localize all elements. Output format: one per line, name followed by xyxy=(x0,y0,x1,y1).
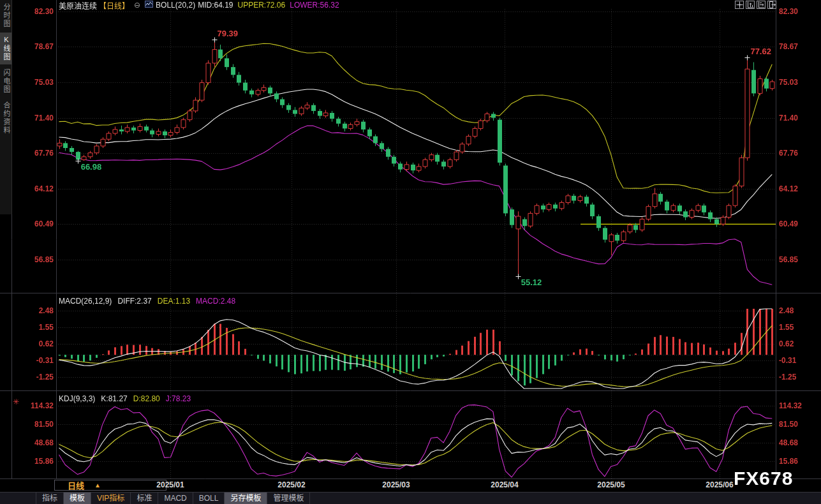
main-chart-header: 美原油连续【日线】 ⊖ BOLL(20,2) MID:64.19 UPPER:7… xyxy=(59,1,339,10)
price-axis-label-right: 60.49 xyxy=(779,220,820,228)
time-axis-label: 2025/01 xyxy=(144,480,197,489)
exit-icon[interactable] xyxy=(767,1,776,9)
macd-axis-label-left: 0.62 xyxy=(0,340,54,348)
price-axis-label-left: 78.67 xyxy=(0,43,54,51)
price-axis-label-right: 56.85 xyxy=(779,256,820,264)
price-axis-label-right: 75.03 xyxy=(779,78,820,87)
macd-axis-label-left: -0.31 xyxy=(0,357,54,365)
price-axis-label-left: 56.85 xyxy=(0,256,54,264)
chart-toolbar xyxy=(735,1,776,9)
macd-axis-label-left: 2.48 xyxy=(0,307,54,315)
macd-axis-label-right: 0.62 xyxy=(779,340,820,348)
kdj-axis-label-left: 15.86 xyxy=(0,457,54,466)
period-selector-label: 日线 xyxy=(68,479,84,491)
price-axis-label-left: 75.03 xyxy=(0,78,54,87)
time-axis-label: 2025/03 xyxy=(369,480,423,489)
tab-VIP指标[interactable]: VIP指标 xyxy=(91,493,131,504)
tab-标准[interactable]: 标准 xyxy=(131,493,158,504)
macd-axis-label-right: -1.25 xyxy=(779,373,820,382)
kdj-axis-label-left: 81.50 xyxy=(0,420,54,429)
price-axis-label-left: 71.40 xyxy=(0,114,54,122)
boll-lower-value: LOWER:56.32 xyxy=(290,1,339,10)
time-axis-row: 日线 ▲ 2025/012025/022025/032025/042025/05… xyxy=(0,479,821,492)
price-axis-label-right: 71.40 xyxy=(779,114,820,122)
price-annotation: 55.12 xyxy=(521,278,542,287)
price-annotation: 77.62 xyxy=(750,47,771,56)
macd-axis-label-left: 1.55 xyxy=(0,323,54,332)
price-axis-label-right: 64.12 xyxy=(779,185,820,193)
bottom-tab-bar: 指标模板VIP指标标准MACDBOLL另存模板管理模板 xyxy=(0,492,821,504)
tab-BOLL[interactable]: BOLL xyxy=(193,493,225,504)
trading-terminal: { "header": { "symbol": "美原油连续", "period… xyxy=(0,0,821,504)
price-annotation: 79.39 xyxy=(218,29,239,38)
time-axis-label: 2025/04 xyxy=(478,480,531,489)
collapse-icon[interactable]: ⊖ xyxy=(134,2,140,8)
crosshair-icon[interactable] xyxy=(735,1,744,9)
price-axis-label-left: 64.12 xyxy=(0,185,54,193)
price-axis-label-left: 60.49 xyxy=(0,220,54,228)
kdj-axis-label-right: 81.50 xyxy=(779,420,820,429)
macd-indicator-label: MACD(26,12,9) xyxy=(59,297,112,306)
period-label: 【日线】 xyxy=(99,0,129,11)
tab-模板[interactable]: 模板 xyxy=(64,493,91,504)
zoom-axis-right-icon[interactable] xyxy=(757,1,766,9)
price-axis-label-left: 67.76 xyxy=(0,149,54,158)
tab-MACD[interactable]: MACD xyxy=(158,493,193,504)
chart-type-sidebar: 分时图K线图闪电图合约资料 xyxy=(0,0,12,214)
kdj-axis-label-right: 48.68 xyxy=(779,439,820,447)
kdj-axis-label-left: 48.68 xyxy=(0,439,54,447)
kdj-k-value: K:81.27 xyxy=(101,394,127,403)
kdj-indicator-label: KDJ(9,3,3) xyxy=(59,394,95,403)
macd-axis-label-right: -0.31 xyxy=(779,357,820,365)
tabbar-spacer xyxy=(0,493,36,504)
tab-另存模板[interactable]: 另存模板 xyxy=(225,493,267,504)
zoom-axis-up-icon[interactable] xyxy=(746,1,755,9)
kdj-axis-label-left: 114.32 xyxy=(0,402,54,410)
kdj-j-value: J:78.23 xyxy=(166,394,191,403)
indicator-chart-icon xyxy=(145,1,153,10)
time-axis-label: 2025/05 xyxy=(584,480,638,489)
kdj-header: KDJ(9,3,3) K:81.27 D:82.80 J:78.23 xyxy=(59,394,191,403)
price-annotation: 66.98 xyxy=(81,162,102,172)
macd-axis-label-right: 2.48 xyxy=(779,307,820,315)
chevron-up-icon: ▲ xyxy=(94,482,101,489)
tab-管理模板[interactable]: 管理模板 xyxy=(267,493,310,504)
price-axis-label-right: 78.67 xyxy=(779,43,820,51)
tab-指标[interactable]: 指标 xyxy=(36,493,64,504)
watermark: FX678 xyxy=(734,468,793,489)
macd-diff-value: DIFF:2.37 xyxy=(117,297,151,306)
boll-mid-value: MID:64.19 xyxy=(198,1,233,10)
boll-indicator-label: BOLL(20,2) xyxy=(156,1,195,10)
kdj-axis-label-right: 15.86 xyxy=(779,457,820,466)
price-axis-label-left: 82.30 xyxy=(0,8,54,16)
macd-axis-label-left: -1.25 xyxy=(0,373,54,382)
boll-upper-value: UPPER:72.06 xyxy=(238,1,286,10)
kdj-d-value: D:82.80 xyxy=(133,394,160,403)
macd-axis-label-right: 1.55 xyxy=(779,323,820,332)
macd-macd-value: MACD:2.48 xyxy=(196,297,235,306)
time-axis-label: 2025/02 xyxy=(265,480,318,489)
macd-dea-value: DEA:1.13 xyxy=(158,297,190,306)
macd-header: MACD(26,12,9) DIFF:2.37 DEA:1.13 MACD:2.… xyxy=(59,297,235,306)
kdj-axis-label-right: 114.32 xyxy=(779,402,820,410)
symbol-title: 美原油连续 xyxy=(59,0,97,11)
chart-canvas[interactable] xyxy=(0,0,821,480)
indicator-settings-icon[interactable]: ✳ xyxy=(13,397,19,406)
price-axis-label-right: 82.30 xyxy=(779,8,820,16)
price-axis-label-right: 67.76 xyxy=(779,149,820,158)
